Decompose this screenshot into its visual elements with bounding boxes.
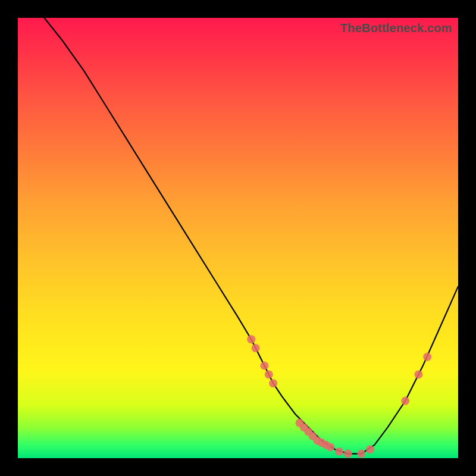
highlight-point — [326, 443, 334, 452]
highlight-point — [344, 450, 352, 458]
highlight-point — [401, 397, 409, 405]
highlight-point — [357, 450, 365, 458]
highlight-point — [414, 370, 422, 378]
highlight-point — [265, 370, 273, 378]
chart-frame: TheBottleneck.com — [18, 18, 458, 458]
bottleneck-chart — [18, 18, 458, 458]
highlight-point — [252, 344, 260, 352]
highlight-point — [247, 335, 255, 343]
highlight-point — [269, 379, 277, 387]
highlight-point — [260, 362, 268, 370]
highlight-point — [423, 353, 431, 361]
highlight-points-group — [247, 335, 431, 458]
highlight-point — [366, 445, 374, 453]
highlight-point — [335, 447, 343, 456]
bottleneck-curve-path — [44, 18, 458, 454]
